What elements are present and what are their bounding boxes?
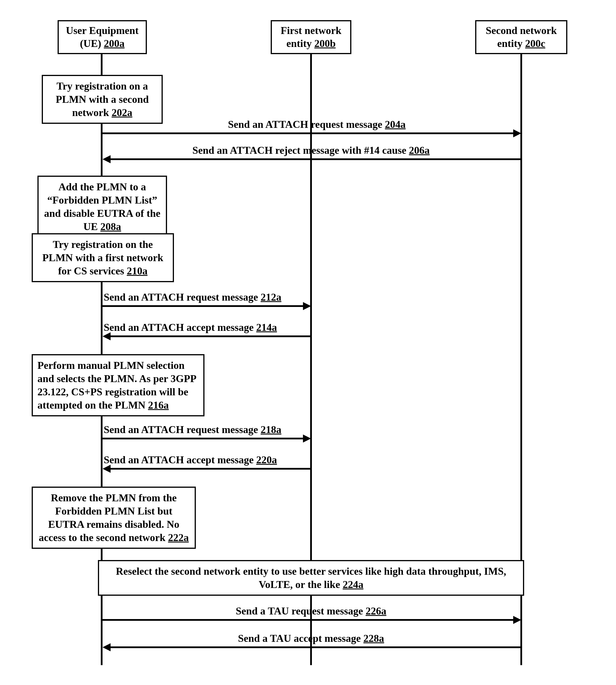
step-202a-text: Try registration on a PLMN with a second… (56, 80, 149, 118)
msg-228a-label: Send a TAU accept message 228a (222, 632, 400, 645)
sequence-diagram: User Equipment (UE) 200a First network e… (12, 12, 604, 673)
step-222a: Remove the PLMN from the Forbidden PLMN … (32, 487, 196, 549)
step-222a-text: Remove the PLMN from the Forbidden PLMN … (39, 492, 179, 543)
msg-204a-label: Send an ATTACH request message 204a (207, 118, 426, 131)
msg-212a-arrow (103, 305, 304, 307)
msg-218a-arrowhead (303, 435, 311, 443)
step-202a: Try registration on a PLMN with a second… (42, 75, 163, 124)
step-224a: Reselect the second network entity to us… (98, 560, 524, 596)
msg-220a-label: Send an ATTACH accept message 220a (104, 454, 314, 466)
msg-228a-arrow (109, 646, 521, 648)
msg-214a-arrow (109, 335, 311, 337)
msg-218a-label: Send an ATTACH request message 218a (104, 423, 314, 436)
msg-212a-arrowhead (303, 302, 311, 310)
msg-220a-arrow (109, 468, 311, 470)
step-222a-ref: 222a (168, 532, 189, 543)
msg-220a-arrowhead (103, 465, 111, 473)
participant-ue: User Equipment (UE) 200a (58, 20, 147, 54)
msg-206a-arrow (109, 158, 521, 160)
participant-ue-title: User Equipment (UE) (66, 25, 138, 49)
step-210a: Try registration on the PLMN with a firs… (32, 233, 174, 282)
msg-214a-arrowhead (103, 332, 111, 340)
step-208a: Add the PLMN to a “Forbidden PLMN List” … (38, 176, 167, 238)
msg-204a-arrowhead (513, 129, 521, 137)
step-216a: Perform manual PLMN selection and select… (32, 354, 204, 416)
msg-228a-arrowhead (103, 643, 111, 651)
msg-204a-arrow (103, 132, 514, 134)
participant-second: Second network entity 200c (475, 20, 567, 54)
msg-214a-label: Send an ATTACH accept message 214a (104, 321, 314, 334)
msg-206a-label: Send an ATTACH reject message with #14 c… (173, 144, 449, 157)
participant-second-title: Second network entity (486, 25, 557, 49)
msg-226a-arrowhead (513, 616, 521, 624)
msg-206a-arrowhead (103, 155, 111, 163)
participant-second-ref: 200c (525, 38, 546, 49)
step-210a-ref: 210a (127, 265, 148, 277)
participant-first-ref: 200b (314, 38, 335, 49)
step-224a-ref: 224a (343, 579, 364, 590)
msg-226a-label: Send a TAU request message 226a (219, 605, 403, 618)
msg-218a-arrow (103, 438, 304, 439)
msg-212a-label: Send an ATTACH request message 212a (104, 291, 314, 304)
step-224a-text: Reselect the second network entity to us… (116, 566, 506, 590)
step-216a-ref: 216a (148, 399, 169, 411)
step-202a-ref: 202a (112, 107, 132, 118)
step-208a-ref: 208a (101, 221, 121, 233)
participant-first: First network entity 200b (271, 20, 351, 54)
msg-226a-arrow (103, 619, 514, 621)
step-216a-text: Perform manual PLMN selection and select… (38, 360, 196, 411)
participant-ue-ref: 200a (104, 38, 125, 49)
